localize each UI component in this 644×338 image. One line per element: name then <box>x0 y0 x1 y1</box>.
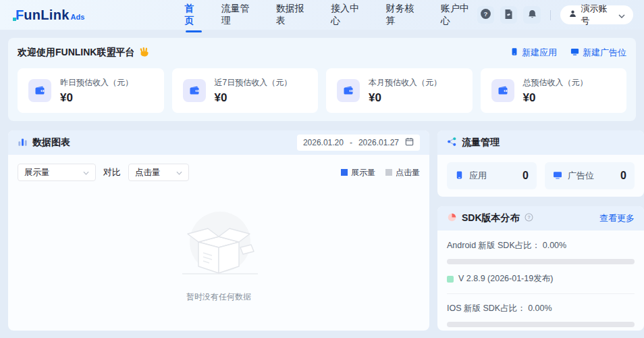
new-app-button[interactable]: 新建应用 <box>510 47 557 59</box>
date-separator: - <box>350 138 352 147</box>
logo-text: unLink <box>24 7 69 23</box>
wallet-icon <box>28 79 51 102</box>
nav-item-finance[interactable]: 财务核算 <box>385 0 422 36</box>
adslots-count-card[interactable]: 广告位 0 <box>545 162 635 189</box>
logo-suffix: Ads <box>71 13 85 21</box>
sdk-panel: SDK版本分布 ? 查看更多 Android 新版 SDK占比： 0.00% V… <box>437 206 644 331</box>
calendar-icon <box>405 137 414 148</box>
empty-state-text: 暂时没有任何数据 <box>186 291 251 303</box>
docs-button[interactable] <box>500 6 517 24</box>
sdk-group-android: Android 新版 SDK占比： 0.00% V 2.8.9 (2026-01… <box>447 240 635 285</box>
version-swatch <box>447 276 454 283</box>
wallet-icon <box>337 79 360 102</box>
sdk-ios-progress <box>447 322 635 327</box>
top-navbar: FunLinkAds 首页 流量管理 数据报表 接入中心 财务核算 账户中心 ? <box>0 0 644 30</box>
svg-text:?: ? <box>484 10 488 18</box>
nav-item-traffic[interactable]: 流量管理 <box>221 0 258 36</box>
app-icon <box>510 47 518 58</box>
compare-select-value: 点击量 <box>135 167 161 178</box>
main-nav: 首页 流量管理 数据报表 接入中心 财务核算 账户中心 <box>184 0 477 36</box>
ad-slot-icon <box>553 170 562 182</box>
ad-slot-icon <box>570 47 579 58</box>
welcome-section: 欢迎使用FUNLINK联盟平台 新建应用 新建广告位 <box>8 38 636 121</box>
navbar-right: ? 演示账号 <box>477 5 633 24</box>
apps-count: 0 <box>522 170 529 182</box>
adslots-label: 广告位 <box>568 170 594 182</box>
traffic-panel-header: 流量管理 <box>437 130 644 155</box>
nav-item-account[interactable]: 账户中心 <box>441 0 477 36</box>
legend-label: 展示量 <box>351 167 375 178</box>
chart-panel-title: 数据图表 <box>32 137 70 149</box>
nav-item-integration[interactable]: 接入中心 <box>331 0 367 36</box>
chart-empty-state: 暂时没有任何数据 <box>8 207 429 303</box>
traffic-panel-title: 流量管理 <box>462 137 500 149</box>
apps-label: 应用 <box>469 170 487 182</box>
wave-hand-icon <box>139 47 150 59</box>
stat-value: ¥0 <box>523 91 588 105</box>
stat-label: 总预估收入（元） <box>523 77 588 89</box>
chart-panel-header: 数据图表 2026.01.20 - 2026.01.27 <box>8 130 429 155</box>
stat-label: 昨日预估收入（元） <box>60 77 133 89</box>
chevron-down-icon <box>618 10 625 20</box>
metric-select-value: 展示量 <box>24 167 50 178</box>
sdk-group-ios: IOS 新版 SDK占比： 0.00% V 2.8.9 (2026-01-20发… <box>447 303 635 331</box>
sdk-divider <box>447 293 635 294</box>
right-column: 流量管理 应用 0 广告位 0 <box>437 130 644 331</box>
date-end: 2026.01.27 <box>358 138 399 147</box>
sdk-panel-title: SDK版本分布 <box>462 212 520 224</box>
stat-card-total: 总预估收入（元） ¥0 <box>481 68 627 113</box>
new-adslot-button[interactable]: 新建广告位 <box>570 47 626 59</box>
sdk-android-percent: 0.00% <box>543 241 566 250</box>
legend-item-impressions[interactable]: 展示量 <box>341 167 375 178</box>
traffic-icon <box>447 137 457 149</box>
wallet-icon <box>183 79 206 102</box>
nav-item-home[interactable]: 首页 <box>184 0 203 36</box>
account-menu[interactable]: 演示账号 <box>560 5 633 24</box>
sdk-android-version: V 2.8.9 (2026-01-19发布) <box>447 273 635 285</box>
legend-item-clicks[interactable]: 点击量 <box>385 167 420 178</box>
bell-icon <box>527 9 537 22</box>
sdk-ios-label: IOS 新版 SDK占比： 0.00% <box>447 303 635 314</box>
welcome-title: 欢迎使用FUNLINK联盟平台 <box>18 47 150 59</box>
nav-item-reports[interactable]: 数据报表 <box>276 0 313 36</box>
view-more-link[interactable]: 查看更多 <box>599 212 635 224</box>
apps-count-card[interactable]: 应用 0 <box>447 162 537 189</box>
navbar-divider <box>550 10 551 20</box>
sdk-ios-percent: 0.00% <box>528 304 552 313</box>
document-icon <box>504 9 514 22</box>
empty-box-illustration <box>174 207 263 287</box>
new-app-label: 新建应用 <box>522 47 557 59</box>
date-start: 2026.01.20 <box>303 138 344 147</box>
account-name: 演示账号 <box>581 3 614 27</box>
compare-select[interactable]: 点击量 <box>128 164 189 181</box>
chart-panel: 数据图表 2026.01.20 - 2026.01.27 展示量 对比 点击量 <box>8 130 429 331</box>
sdk-android-label: Android 新版 SDK占比： 0.00% <box>447 240 635 251</box>
chevron-down-icon <box>176 168 182 177</box>
notifications-button[interactable] <box>523 6 540 24</box>
stat-cards: 昨日预估收入（元） ¥0 近7日预估收入（元） ¥0 本月预估收入（元） ¥0 <box>18 68 626 113</box>
legend-label: 点击量 <box>396 167 420 178</box>
app-icon <box>455 170 464 182</box>
help-button[interactable]: ? <box>477 6 494 24</box>
question-circle-icon[interactable]: ? <box>525 213 533 224</box>
sdk-android-label-text: Android 新版 SDK占比： <box>447 241 540 250</box>
legend-swatch-blue <box>341 169 348 176</box>
compare-label: 对比 <box>103 166 121 178</box>
new-adslot-label: 新建广告位 <box>583 47 626 59</box>
stat-label: 本月预估收入（元） <box>369 77 441 89</box>
stat-card-7days: 近7日预估收入（元） ¥0 <box>172 68 319 113</box>
legend-swatch-gray <box>385 169 392 176</box>
chevron-down-icon <box>83 168 89 177</box>
stat-label: 近7日预估收入（元） <box>215 77 292 89</box>
traffic-panel: 流量管理 应用 0 广告位 0 <box>437 130 644 197</box>
chart-legend: 展示量 点击量 <box>341 167 420 178</box>
metric-select[interactable]: 展示量 <box>18 164 96 181</box>
date-range-picker[interactable]: 2026.01.20 - 2026.01.27 <box>297 135 420 151</box>
logo-text-f: F <box>14 7 24 23</box>
sdk-ios-label-text: IOS 新版 SDK占比： <box>447 304 526 313</box>
chart-icon <box>18 137 28 149</box>
brand-logo[interactable]: FunLinkAds <box>14 7 84 23</box>
wallet-icon <box>491 79 514 102</box>
sdk-panel-header: SDK版本分布 ? 查看更多 <box>437 206 644 231</box>
stat-card-month: 本月预估收入（元） ¥0 <box>326 68 473 113</box>
